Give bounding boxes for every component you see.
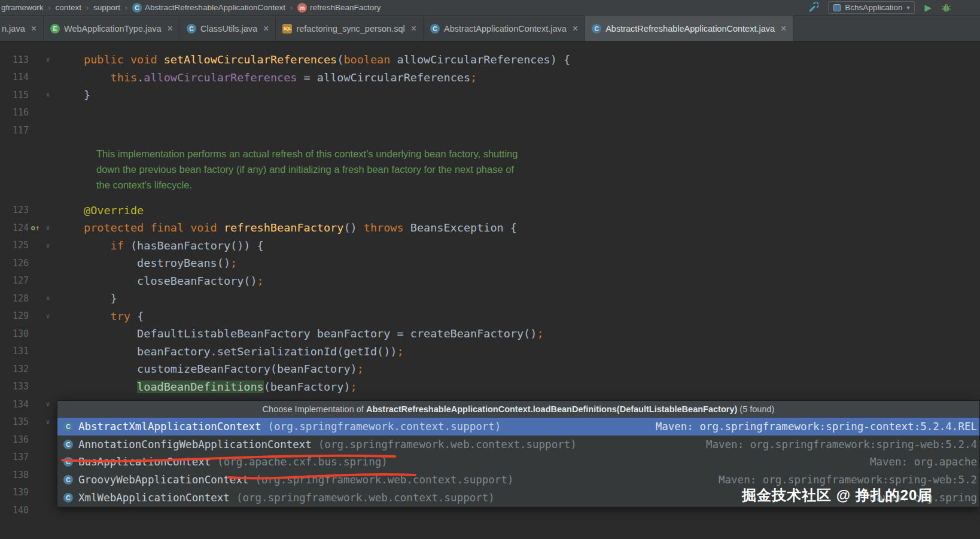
run-configuration-selector[interactable]: BchsApplication ▾ [828,1,915,14]
tab-n.java[interactable]: n.java× [0,16,44,41]
code-token: loadBeanDefinitions [137,380,264,393]
editor-row: 124o↑∨protected final void refreshBeanFa… [0,219,980,237]
breadcrumb-label: gframework [1,3,44,12]
class-icon: C [63,440,73,449]
implementation-item-AbstractXmlApplicationContext[interactable]: CAbstractXmlApplicationContext(org.sprin… [57,418,979,436]
close-icon[interactable]: × [781,24,786,34]
tab-WebApplicationType.java[interactable]: EWebApplicationType.java× [44,16,180,41]
fold-marker-icon[interactable]: ∨ [42,418,54,426]
line-number[interactable]: 129 [0,310,29,321]
code-line[interactable]: if (hasBeanFactory()) { [57,239,264,252]
fold-marker-icon[interactable]: ∨ [42,312,54,320]
overriding-method-icon[interactable]: o↑ [29,223,42,232]
line-number[interactable]: 138 [0,470,29,480]
breadcrumb-separator: › [125,4,127,12]
line-number[interactable]: 123 [0,205,29,215]
code-line[interactable]: destroyBeans(); [57,257,237,269]
code-line[interactable]: this.allowCircularReferences = allowCirc… [57,71,477,84]
wrench-icon[interactable] [808,2,818,13]
line-number[interactable]: 114 [0,72,29,83]
fold-marker-icon[interactable]: ∨ [42,56,54,63]
code-line[interactable]: DefaultListableBeanFactory beanFactory =… [57,327,544,340]
line-number[interactable]: 134 [0,399,29,410]
editor-row: 113∨public void setAllowCircularReferenc… [0,51,980,69]
line-number[interactable]: 124 [0,223,29,233]
run-config-icon [833,4,841,11]
tab-ClassUtils.java[interactable]: CClassUtils.java× [180,16,276,41]
debug-icon[interactable] [941,2,951,13]
line-number[interactable]: 125 [0,240,29,251]
fold-marker-icon[interactable]: ∧ [42,294,54,302]
fold-marker-icon[interactable]: ∨ [42,224,54,232]
tab-refactoring_sync_person.sql[interactable]: SQLrefactoring_sync_person.sql× [276,16,424,41]
code-line[interactable]: } [57,292,117,304]
breadcrumb-item-gframework[interactable]: gframework [1,3,44,12]
breadcrumb-item-abstractrefreshableapplicationcontext[interactable]: CAbstractRefreshableApplicationContext [132,3,285,13]
line-number[interactable]: 126 [0,258,29,269]
breadcrumb-item-context[interactable]: context [56,3,82,12]
code-line[interactable]: @Override [57,204,144,217]
line-number[interactable]: 139 [0,487,29,498]
editor-row: 129∨ try { [0,307,980,325]
close-icon[interactable]: × [168,24,173,34]
code-line[interactable]: public void setAllowCircularReferences(b… [57,53,570,66]
close-icon[interactable]: × [411,24,416,34]
breadcrumb-item-support[interactable]: support [93,3,120,12]
close-icon[interactable]: × [31,24,36,34]
code-token: ; [257,275,264,287]
code-token: ; [397,345,403,358]
close-icon[interactable]: × [263,24,269,34]
gutter: 132 [0,360,57,378]
code-token: ; [351,380,357,393]
code-token: DefaultListableBeanFactory beanFactory =… [84,327,537,340]
code-line[interactable]: beanFactory.setSerializationId(getId()); [57,345,404,358]
line-number[interactable]: 117 [0,125,29,136]
breadcrumb-separator: › [290,4,293,12]
line-number[interactable]: 131 [0,346,29,357]
implementation-item-BusApplicationContext[interactable]: CBusApplicationContext(org.apache.cxf.bu… [57,453,979,471]
line-number[interactable]: 116 [0,107,29,118]
run-button[interactable]: ▶ [924,3,932,12]
editor-spacer [0,193,980,202]
line-number[interactable]: 127 [0,275,29,286]
fold-marker-icon[interactable]: ∨ [42,242,54,249]
code-line[interactable]: protected final void refreshBeanFactory(… [57,221,517,234]
line-number[interactable]: 132 [0,364,29,374]
code-line[interactable]: try { [57,310,144,322]
breadcrumb-item-refreshbeanfactory[interactable]: mrefreshBeanFactory [297,3,381,13]
code-token: protected final void [84,221,224,234]
line-number[interactable]: 128 [0,293,29,304]
code-line[interactable]: } [57,89,90,101]
close-icon[interactable]: × [573,24,578,34]
fold-marker-icon[interactable]: ∨ [42,400,54,408]
line-number[interactable]: 136 [0,434,29,445]
code-line[interactable]: closeBeanFactory(); [57,275,264,287]
implementation-item-AnnotationConfigWebApplicationContext[interactable]: CAnnotationConfigWebApplicationContext(o… [57,436,979,453]
gutter: 133 [0,378,57,396]
code-token: allowCircularReferences [144,71,297,84]
code-token: ; [537,327,543,340]
class-icon: C [63,475,73,485]
tab-AbstractRefreshableApplicationContext.java[interactable]: CAbstractRefreshableApplicationContext.j… [585,16,793,41]
line-number[interactable]: 137 [0,452,29,462]
code-line[interactable]: loadBeanDefinitions(beanFactory); [57,380,357,393]
tab-AbstractApplicationContext.java[interactable]: CAbstractApplicationContext.java× [424,16,585,41]
gutter: 124o↑∨ [0,219,57,237]
line-number[interactable]: 140 [0,505,29,516]
editor-row: 115∧} [0,86,980,104]
tab-bar: n.java×EWebApplicationType.java×CClassUt… [0,16,980,42]
class-icon: C [132,3,142,13]
breadcrumb: gframework›context›support›CAbstractRefr… [1,3,381,13]
line-number[interactable]: 133 [0,381,29,392]
class-icon: C [63,457,73,467]
code-line[interactable]: customizeBeanFactory(beanFactory); [57,363,364,375]
gutter: 117 [0,121,57,139]
ide-window: gframework›context›support›CAbstractRefr… [0,0,980,539]
line-number[interactable]: 130 [0,328,29,339]
code-token: public [84,53,130,66]
line-number[interactable]: 115 [0,90,29,101]
line-number[interactable]: 135 [0,416,29,427]
fold-marker-icon[interactable]: ∧ [42,91,54,99]
line-number[interactable]: 113 [0,54,29,65]
tab-label: ClassUtils.java [200,24,257,34]
